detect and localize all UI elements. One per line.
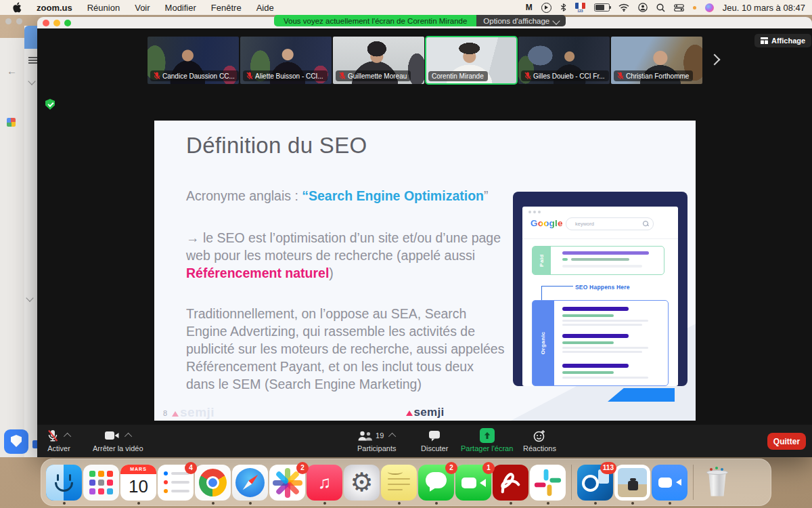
trash-icon [699,465,735,501]
participant-tile-active-speaker[interactable]: Corentin Mirande [426,37,517,84]
background-window-left[interactable]: ← [0,38,25,457]
active-app-menu[interactable]: zoom.us [37,3,72,13]
account-icon[interactable] [638,2,648,13]
play-circle-icon[interactable] [541,3,551,13]
display-options-button[interactable]: Options d'affichage [476,15,566,26]
menu-fenetre[interactable]: Fenêtre [211,3,242,13]
menu-voir[interactable]: Voir [135,3,150,13]
dock-item-trash[interactable] [699,465,735,501]
chat-icon [428,430,441,442]
organic-label: Organic [541,332,547,355]
participant-tile[interactable]: Gilles Douieb - CCI Fr... [518,37,610,84]
slide-paragraph-2: Traditionnellement, on l’oppose au SEA, … [186,305,505,393]
reactions-smiley-icon [533,429,546,442]
display-options-label: Options d'affichage [483,17,549,25]
next-participants-icon[interactable] [709,54,721,66]
wifi-icon[interactable] [618,2,629,13]
dock-item-safari[interactable] [232,465,268,501]
chevron-up-icon[interactable] [125,433,132,440]
keyboard-fr-icon[interactable]: 123 [575,2,585,13]
running-indicator [63,502,66,505]
share-screen-button[interactable]: Partager l'écran [461,428,513,452]
participant-name-pill: Aliette Buisson - CCI... [243,70,328,81]
running-indicator [137,502,140,505]
notification-dot-icon [693,6,696,9]
dock-item-acrobat[interactable] [493,465,528,501]
running-indicator [594,502,597,505]
pink-highlight: Référencement naturel [186,266,329,280]
dock-item-preview[interactable] [614,465,650,501]
menu-modifier[interactable]: Modifier [165,3,196,13]
dock-item-photos[interactable]: 2 [269,465,305,501]
participants-button[interactable]: 19 Participants [357,428,396,452]
chevron-up-icon[interactable] [388,433,396,440]
dock-item-zoom[interactable] [652,465,687,501]
dock-item-calendar[interactable]: MARS 10 [120,465,156,501]
participant-name-pill: Corentin Mirande [428,71,488,81]
participant-name-pill: Christian Forthomme [614,70,693,81]
chevron-down-icon [26,294,33,301]
chevron-up-icon[interactable] [64,433,71,440]
apple-menu-icon[interactable] [12,2,22,13]
control-center-icon[interactable] [674,2,684,13]
mic-muted-icon [246,72,253,80]
shield-app-icon[interactable] [4,429,28,454]
dock-item-slack[interactable] [530,465,566,501]
search-icon[interactable] [656,2,665,13]
browser-mockup: Google keyword Paid SEO Happens H [522,207,678,386]
unmute-button[interactable]: Activer [47,428,71,452]
semji-logo: semji [154,406,696,419]
bluetooth-icon[interactable] [560,2,566,13]
participant-tile[interactable]: Aliette Buisson - CCI... [240,37,332,84]
slide-title: Définition du SEO [186,133,367,158]
participant-tile[interactable]: Guillemette Moreau [333,37,424,84]
close-window-icon[interactable] [43,20,49,26]
running-indicator [212,502,215,505]
search-icon [643,221,648,226]
running-indicator [547,502,549,505]
zoom-window-icon[interactable] [64,20,71,26]
menu-bar-clock[interactable]: Jeu. 10 mars à 08:47 [723,3,805,13]
divider [522,238,678,239]
dock-item-launchpad[interactable] [83,465,119,501]
stop-video-button[interactable]: Arrêter la vidéo [93,428,143,452]
notification-badge: 113 [600,462,616,474]
dock-item-outlook[interactable]: 113 [577,465,613,501]
minimize-window-icon[interactable] [53,20,60,26]
reactions-button[interactable]: Réactions [523,428,556,452]
chrome-icon [195,465,231,501]
window-control-dot [16,18,22,24]
affichage-view-button[interactable]: Affichage [754,34,811,47]
organic-results-box: Organic [532,300,669,386]
malwarebytes-icon[interactable]: M [526,2,533,13]
desktop: { "menu_bar": { "app_menus": ["zoom.us",… [0,0,812,508]
participant-tile[interactable]: Candice Daussion CC... [148,37,239,84]
acronym-line: Acronyme anglais : “Search Engine Optimi… [186,188,488,204]
zoom-icon [652,465,687,501]
dock-item-facetime[interactable]: 1 [455,465,491,501]
share-banner-message: Vous voyez actuellement l'écran de Coren… [274,15,476,26]
running-indicator [669,502,671,505]
calendar-icon: MARS 10 [120,465,156,501]
quit-meeting-button[interactable]: Quitter [767,433,806,450]
dock-item-finder[interactable] [46,465,82,501]
menu-reunion[interactable]: Réunion [87,3,120,13]
menu-aide[interactable]: Aide [256,3,274,13]
participant-tile[interactable]: Christian Forthomme [611,37,702,84]
acronym-highlight: Search Engine Optimization [309,188,484,203]
notification-badge: 2 [445,462,457,474]
dock-item-messages[interactable]: 2 [418,465,454,501]
siri-icon[interactable] [705,3,714,12]
dock-item-music[interactable]: ♫ [307,465,342,501]
keyboard-123-label: 123 [577,9,583,13]
dock-item-stickies[interactable] [381,465,417,501]
dock-item-system-settings[interactable]: ⚙ [344,465,380,501]
google-logo: Google [531,218,563,228]
battery-icon[interactable] [594,3,610,12]
stickies-icon [381,465,417,501]
chat-button[interactable]: Discuter [421,428,448,452]
participant-name: Corentin Mirande [432,72,484,80]
running-indicator [510,502,512,505]
dock-item-reminders[interactable]: 4 [158,465,194,501]
dock-item-chrome[interactable] [195,465,231,501]
